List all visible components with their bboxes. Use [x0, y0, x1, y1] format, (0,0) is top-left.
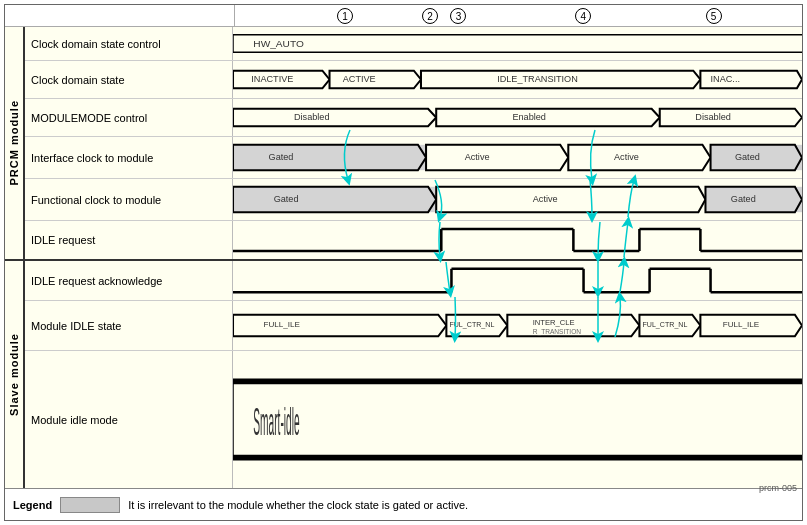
wave-svg-5	[233, 221, 802, 259]
wave-svg-7: FULL_ILE FUL_CTR_NL INTER_CLE R_TRANSITI…	[233, 301, 802, 350]
label-modulemode: MODULEMODE control	[25, 99, 233, 136]
svg-marker-33	[436, 187, 705, 212]
wave-svg-8: Smart-idle	[233, 351, 802, 488]
svg-text:ACTIVE: ACTIVE	[343, 75, 376, 85]
prcm-block: PRCM module Clock domain state control	[5, 27, 802, 261]
svg-text:Gated: Gated	[269, 153, 294, 163]
marker-4-circle: 4	[575, 8, 591, 24]
diagram-wrapper: 1 2 3 4 5	[4, 4, 803, 521]
svg-text:INACTIVE: INACTIVE	[251, 75, 293, 85]
wave-module-idle-state: FULL_ILE FUL_CTR_NL INTER_CLE R_TRANSITI…	[233, 301, 802, 350]
full-diagram: PRCM module Clock domain state control	[5, 27, 802, 488]
prcm-label-text: PRCM module	[8, 100, 20, 186]
row-interface-clock: Interface clock to module Gated Activ	[25, 137, 802, 179]
marker-3: 3	[450, 8, 466, 24]
svg-text:Gated: Gated	[735, 153, 760, 163]
svg-text:Smart-idle: Smart-idle	[253, 401, 299, 443]
svg-text:Active: Active	[614, 153, 639, 163]
svg-marker-25	[568, 145, 710, 170]
wave-idle-request	[233, 221, 802, 259]
label-interface-clock: Interface clock to module	[25, 137, 233, 178]
label-functional-clock: Functional clock to module	[25, 179, 233, 220]
label-module-idle-state: Module IDLE state	[25, 301, 233, 350]
svg-rect-30	[233, 187, 436, 212]
marker-4: 4	[575, 8, 591, 24]
wave-svg-1: INACTIVE ACTIVE IDLE_TRANSITION	[233, 61, 802, 98]
svg-text:Active: Active	[533, 195, 558, 205]
marker-1-circle: 1	[337, 8, 353, 24]
prcm-module-label: PRCM module	[5, 27, 25, 259]
row-clock-domain-control: Clock domain state control HW_AUTO	[25, 27, 802, 61]
svg-rect-19	[233, 145, 426, 170]
marker-3-circle: 3	[450, 8, 466, 24]
wave-functional-clock: Gated Active Gated	[233, 179, 802, 220]
wave-modulemode: Disabled Enabled Disabled	[233, 99, 802, 136]
row-modulemode: MODULEMODE control Disabled Enabled	[25, 99, 802, 137]
legend-text: It is irrelevant to the module whether t…	[128, 499, 468, 511]
svg-text:Gated: Gated	[274, 195, 299, 205]
label-clock-domain-state: Clock domain state	[25, 61, 233, 98]
row-module-idle-state: Module IDLE state FULL_ILE FUL_CTR_NL	[25, 301, 802, 351]
label-clock-domain-control: Clock domain state control	[25, 27, 233, 60]
wave-idle-ack	[233, 261, 802, 300]
row-idle-ack: IDLE request acknowledge	[25, 261, 802, 301]
slave-label-text: Slave module	[8, 333, 20, 416]
wave-svg-2: Disabled Enabled Disabled	[233, 99, 802, 136]
wave-clock-domain-control: HW_AUTO	[233, 27, 802, 60]
svg-text:HW_AUTO: HW_AUTO	[253, 39, 304, 50]
svg-text:Enabled: Enabled	[512, 113, 546, 123]
svg-text:INAC...: INAC...	[711, 75, 740, 85]
row-clock-domain-state: Clock domain state INACTIVE ACTIVE	[25, 61, 802, 99]
marker-2: 2	[422, 8, 438, 24]
svg-text:INTER_CLE: INTER_CLE	[533, 318, 575, 327]
label-idle-request: IDLE request	[25, 221, 233, 259]
marker-row: 1 2 3 4 5	[5, 5, 802, 27]
marker-5: 5	[706, 8, 722, 24]
svg-rect-0	[233, 35, 802, 52]
wave-svg-0: HW_AUTO	[233, 27, 802, 60]
svg-text:FUL_CTR_NL: FUL_CTR_NL	[449, 322, 494, 330]
slave-block: Slave module IDLE request acknowledge	[5, 261, 802, 488]
svg-marker-22	[426, 145, 568, 170]
wave-svg-3: Gated Active Active	[233, 137, 802, 178]
wave-module-idle-mode: Smart-idle	[233, 351, 802, 488]
svg-text:Active: Active	[465, 153, 490, 163]
svg-text:IDLE_TRANSITION: IDLE_TRANSITION	[497, 75, 578, 85]
svg-text:Gated: Gated	[731, 195, 756, 205]
label-idle-ack: IDLE request acknowledge	[25, 261, 233, 300]
svg-text:FULL_ILE: FULL_ILE	[263, 321, 300, 330]
marker-1: 1	[337, 8, 353, 24]
sections-wrapper: PRCM module Clock domain state control	[5, 27, 802, 488]
footer-ref: prcm-005	[759, 481, 801, 493]
marker-2-circle: 2	[422, 8, 438, 24]
marker-5-circle: 5	[706, 8, 722, 24]
svg-text:Disabled: Disabled	[695, 113, 731, 123]
svg-rect-67	[233, 381, 802, 457]
wave-clock-domain-state: INACTIVE ACTIVE IDLE_TRANSITION	[233, 61, 802, 98]
row-functional-clock: Functional clock to module Gated Acti	[25, 179, 802, 221]
label-col-spacer	[5, 5, 235, 26]
svg-marker-13	[233, 109, 436, 127]
wave-svg-6	[233, 261, 802, 300]
slave-module-label: Slave module	[5, 261, 25, 488]
legend-label: Legend	[13, 499, 52, 511]
label-module-idle-mode: Module idle mode	[25, 351, 233, 488]
row-idle-request: IDLE request	[25, 221, 802, 259]
slave-rows: IDLE request acknowledge	[25, 261, 802, 488]
markers-area: 1 2 3 4 5	[235, 5, 802, 26]
svg-text:FULL_ILE: FULL_ILE	[723, 321, 760, 330]
svg-marker-17	[660, 109, 802, 127]
svg-text:Disabled: Disabled	[294, 113, 330, 123]
main-container: 1 2 3 4 5	[0, 0, 807, 525]
legend-box	[60, 497, 120, 513]
legend-row: Legend It is irrelevant to the module wh…	[5, 488, 802, 520]
svg-marker-15	[436, 109, 660, 127]
wave-svg-4: Gated Active Gated	[233, 179, 802, 220]
svg-text:FUL_CTR_NL: FUL_CTR_NL	[642, 322, 687, 330]
svg-text:R_TRANSITION: R_TRANSITION	[533, 328, 582, 336]
row-module-idle-mode: Module idle mode Smart-idle	[25, 351, 802, 488]
prcm-rows: Clock domain state control HW_AUTO	[25, 27, 802, 259]
wave-interface-clock: Gated Active Active	[233, 137, 802, 178]
